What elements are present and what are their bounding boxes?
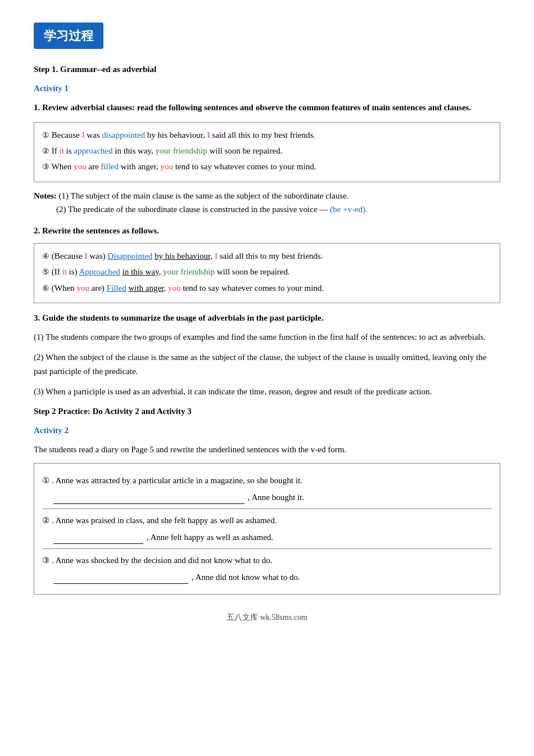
ex1-text2: was	[87, 130, 102, 140]
ex1-c1: I	[82, 130, 84, 140]
section2-title: 2. Rewrite the sentences as follows.	[34, 224, 500, 237]
ex3-c1: you	[74, 162, 87, 171]
activity2-item-2: ② . Anne was praised in class, and she f…	[42, 509, 492, 549]
ex3-text2: are	[88, 162, 101, 171]
ex6-mid: are)	[92, 284, 107, 292]
instruction1: 1. Review adverbial clauses: read the fo…	[34, 101, 500, 115]
activity2-sentence-3: ③ . Anne was shocked by the decision and…	[42, 554, 492, 567]
ex3-c2: filled	[101, 162, 119, 171]
activity1-label: Activity 1	[34, 82, 500, 95]
ex2-c3: your friendship	[156, 146, 207, 155]
example-box-1: ① Because I was disappointed by his beha…	[34, 122, 500, 182]
header-badge: 学习过程	[34, 22, 103, 49]
blank-3	[53, 583, 188, 584]
ex2-text2: is	[66, 146, 74, 155]
step2-title: Step 2 Practice: Do Activity 2 and Activ…	[34, 404, 500, 418]
ex1-text3: by his behaviour,	[147, 130, 207, 140]
note-line1: Notes: (1) The subject of the main claus…	[34, 189, 500, 202]
ex5-suffix: will soon be repaired.	[217, 267, 290, 276]
ex5-c3: your friendship	[163, 267, 215, 276]
ex6-suffix: tend to say whatever comes to your mind.	[183, 284, 324, 292]
ex1-text4: said all this to my best friends.	[212, 130, 315, 140]
activity2-blank-2: , Anne felt happy as well as ashamed.	[42, 530, 492, 544]
ex1-num: ①	[42, 129, 49, 142]
ex4-num: ④	[42, 250, 49, 263]
example-box-2: ④ (Because I was) Disappointed by his be…	[34, 243, 500, 303]
para1: (1) The students compare the two groups …	[34, 330, 500, 345]
ex6-prefix: (When	[52, 284, 77, 292]
ex1-c3: I	[207, 130, 210, 140]
para2: (2) When the subject of the clause is th…	[34, 350, 500, 379]
blank-2	[53, 543, 143, 544]
ex5-c1: it	[62, 267, 67, 276]
a2-i1-suffix: , Anne bought it.	[248, 493, 304, 502]
ex4-mid2: by his behaviour,	[155, 251, 212, 260]
activity2-box: ① . Anne was attracted by a particular a…	[34, 463, 500, 595]
a2-i3-suffix: , Anne did not know what to do.	[192, 573, 300, 582]
ex4-mid: was)	[89, 251, 107, 260]
example-3: ③ When you are filled with anger, you te…	[42, 160, 492, 173]
ex3-num: ③	[42, 161, 49, 173]
ex2-text4: will soon be repaired.	[209, 146, 282, 155]
a2-i2-num: ②	[42, 516, 49, 525]
ex4-c1: I	[84, 251, 87, 260]
ex5-prefix: (If	[52, 267, 62, 276]
a2-i3-text: . Anne was shocked by the decision and d…	[52, 556, 273, 565]
note-line2: (2) The predicate of the subordinate cla…	[56, 202, 500, 216]
footer: 五八文库 wk.58sms.com	[34, 611, 500, 624]
a2-i2-text: . Anne was praised in class, and she fel…	[52, 516, 277, 525]
ex6-c3: you	[168, 284, 181, 292]
ex2-text1: If	[52, 146, 60, 155]
blank-1	[53, 503, 245, 504]
ex3-text3: with anger,	[121, 162, 161, 171]
a2-i1-text: . Anne was attracted by a particular art…	[52, 476, 302, 485]
ex5-c2: Approached	[79, 267, 120, 276]
ex6-c1: you	[76, 284, 89, 292]
ex1-text1: Because	[52, 130, 82, 140]
activity2-item-1: ① . Anne was attracted by a particular a…	[42, 469, 492, 509]
note2-colored: (be +v-ed).	[330, 205, 368, 214]
note2-before: (2) The predicate of the subordinate cla…	[56, 205, 318, 214]
ex4-c2: Disappointed	[107, 251, 152, 260]
note1-text: (1) The subject of the main clause is th…	[59, 191, 349, 200]
activity2-sentence-1: ① . Anne was attracted by a particular a…	[42, 474, 492, 487]
ex4-prefix: (Because	[52, 251, 85, 260]
section3-title: 3. Guide the students to summarize the u…	[34, 311, 500, 325]
activity2-blank-1: , Anne bought it.	[42, 490, 492, 504]
ex5-mid2: in this way,	[123, 267, 161, 276]
ex3-c3: you	[160, 162, 173, 171]
ex1-c2: disappointed	[102, 130, 145, 140]
activity2-label: Activity 2	[34, 424, 500, 437]
activity2-item-3: ③ . Anne was shocked by the decision and…	[42, 549, 492, 588]
activity2-blank-3: , Anne did not know what to do.	[42, 570, 492, 584]
ex6-c2: Filled	[107, 284, 126, 292]
a2-i1-num: ①	[42, 476, 49, 485]
ex6-mid2: with anger,	[128, 284, 166, 292]
notes-bold: Notes:	[34, 191, 57, 200]
example-2: ② If it is approached in this way, your …	[42, 144, 492, 158]
example-6: ⑥ (When you are) Filled with anger, you …	[42, 281, 492, 295]
example-5: ⑤ (If it is) Approached in this way, you…	[42, 265, 492, 278]
a2-i3-num: ③	[42, 556, 49, 565]
ex5-mid: is)	[69, 267, 79, 276]
ex6-num: ⑥	[42, 282, 49, 295]
ex2-c2: approached	[74, 146, 112, 155]
ex2-text3: in this way,	[115, 146, 155, 155]
notes-section: Notes: (1) The subject of the main claus…	[34, 189, 500, 216]
ex3-text4: tend to say whatever comes to your mind.	[175, 162, 316, 171]
ex3-text1: When	[51, 162, 74, 171]
ex2-num: ②	[42, 145, 49, 158]
ex5-num: ⑤	[42, 266, 49, 278]
activity2-intro: The students read a diary on Page 5 and …	[34, 443, 500, 457]
ex4-c3: I	[215, 251, 218, 260]
step1-title: Step 1. Grammar--ed as adverbial	[34, 62, 500, 76]
ex2-c1: it	[60, 146, 64, 155]
example-1: ① Because I was disappointed by his beha…	[42, 128, 492, 142]
example-4: ④ (Because I was) Disappointed by his be…	[42, 249, 492, 263]
ex4-suffix: said all this to my best friends.	[220, 251, 323, 260]
note2-dash: —	[319, 205, 328, 214]
para3: (3) When a participle is used as an adve…	[34, 385, 500, 399]
activity2-sentence-2: ② . Anne was praised in class, and she f…	[42, 514, 492, 527]
a2-i2-suffix: , Anne felt happy as well as ashamed.	[147, 533, 273, 542]
